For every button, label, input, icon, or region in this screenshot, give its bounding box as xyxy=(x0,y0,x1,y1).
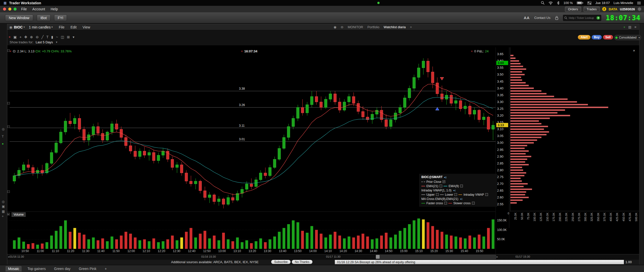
bottom-tab-mosaic[interactable]: Mosaic xyxy=(6,266,22,271)
pane-handle[interactable] xyxy=(7,102,10,105)
study-legend[interactable]: BIOC@SMART ◄)Prior Close✓EMA(21)EMA(9)In… xyxy=(419,174,497,207)
legend-color-box[interactable] xyxy=(444,202,447,205)
camera-icon[interactable]: ▦ xyxy=(2,210,5,213)
circle-tool-icon[interactable]: ◎ xyxy=(2,200,5,203)
subscribe-button[interactable]: Subscribe xyxy=(271,260,291,264)
zoom-out-icon[interactable]: ⊖ xyxy=(36,35,39,39)
chevron-down-icon[interactable]: ▾ xyxy=(56,41,57,44)
orders-button[interactable]: Orders xyxy=(565,7,581,12)
window-list-icon[interactable]: ≡ xyxy=(634,25,636,29)
menu-account[interactable]: Account xyxy=(32,7,45,11)
pane-handle[interactable] xyxy=(7,125,10,128)
timeframe-selector[interactable]: 1 min candles xyxy=(29,25,51,29)
add-tab-button[interactable]: + xyxy=(410,25,412,29)
trades-button[interactable]: Trades xyxy=(584,7,600,12)
ticker-search-box[interactable] xyxy=(563,15,601,21)
window-close-button[interactable] xyxy=(3,8,6,11)
pane-handle[interactable] xyxy=(7,190,10,193)
bottom-tab-top-gainers[interactable]: Top gainers xyxy=(25,266,48,271)
user-name[interactable]: Luis Minvielle xyxy=(614,1,633,5)
control-center-icon[interactable] xyxy=(587,1,592,5)
sound-icon[interactable]: ◄) xyxy=(453,189,456,192)
trendline-icon[interactable]: ╱ xyxy=(42,35,44,39)
chart-menu-view[interactable]: View xyxy=(83,25,90,29)
window-minimize-button[interactable] xyxy=(8,8,11,11)
snapshot-icon[interactable]: ▣ xyxy=(13,35,17,39)
notification-badge[interactable]: 2 xyxy=(602,7,606,11)
close-study-icon[interactable]: × xyxy=(241,50,243,53)
font-size-control[interactable]: AA xyxy=(524,16,530,20)
window-right-gutter[interactable] xyxy=(640,24,643,264)
zoom-in-icon[interactable]: ⊕ xyxy=(30,35,33,39)
pan-icon[interactable]: ✥ xyxy=(24,35,27,39)
legend-color-box[interactable] xyxy=(485,193,488,196)
tab-portfolio[interactable]: Portfolio xyxy=(367,25,379,29)
legend-checkbox[interactable]: ✓ xyxy=(442,180,445,183)
buy-button[interactable]: Buy xyxy=(592,35,602,40)
fyi-button[interactable]: FYI xyxy=(54,15,67,21)
chart-menu-edit[interactable]: Edit xyxy=(70,25,76,29)
list-menu-icon[interactable] xyxy=(637,2,641,5)
legend-color-box[interactable] xyxy=(439,185,442,187)
close-volume-pane-icon[interactable]: × xyxy=(8,213,9,216)
ibot-button[interactable]: IBot xyxy=(37,15,51,21)
close-study-icon[interactable]: × xyxy=(471,50,473,53)
scrollbar-grip[interactable] xyxy=(376,255,380,259)
tab-monitor[interactable]: MONITOR xyxy=(348,25,363,29)
text-tool-icon[interactable]: T xyxy=(46,35,49,39)
sound-icon[interactable]: ◄) xyxy=(460,198,463,200)
layout-icon[interactable]: ⊞ xyxy=(67,35,70,39)
close-profile-panel-icon[interactable]: × xyxy=(633,48,635,53)
search-icon[interactable] xyxy=(541,1,545,5)
legend-color-box[interactable] xyxy=(460,185,463,187)
bottom-tab-green-day[interactable]: Green day xyxy=(52,266,73,271)
text-annotation-icon[interactable]: T xyxy=(2,134,4,138)
contact-us-link[interactable]: Contact Us xyxy=(534,16,550,20)
target-tool-icon[interactable]: ◎ xyxy=(2,127,5,131)
add-rail-icon[interactable]: + xyxy=(2,214,4,218)
layout-grid-icon[interactable]: ▤ xyxy=(628,25,631,29)
system-clock[interactable]: Jue 18:07 xyxy=(595,1,610,5)
news-headline[interactable]: 01/16 12:29 SA Biocept up 26% ahead of e… xyxy=(335,260,624,264)
window-menu-icon[interactable]: ◉ xyxy=(9,25,12,29)
close-icon[interactable]: × xyxy=(9,35,11,39)
scrollbar-thumb[interactable] xyxy=(376,255,496,259)
menu-file[interactable]: File xyxy=(21,7,27,11)
show-trades-value[interactable]: Last 5 Days xyxy=(36,40,53,44)
tab-watchlist-diaria[interactable]: Watchlist diaria xyxy=(384,25,406,29)
crosshair-icon[interactable]: + xyxy=(19,35,21,39)
consolidated-selector[interactable]: Consolidated▾ xyxy=(614,35,641,40)
tools-more-caret[interactable]: ▾ xyxy=(73,35,74,39)
bluetooth-icon[interactable] xyxy=(557,1,560,5)
no-thanks-button[interactable]: No Thanks xyxy=(292,260,312,264)
chart-menu-file[interactable]: File xyxy=(59,25,65,29)
tab-collapse-icon[interactable]: ⊖ xyxy=(341,25,343,29)
account-id[interactable]: U2593026 xyxy=(620,7,635,11)
search-go-button[interactable] xyxy=(596,16,600,20)
symbol-selector[interactable]: BIOC xyxy=(14,25,23,29)
scroll-right-arrow[interactable]: ▸ xyxy=(497,255,498,258)
scroll-left-arrow[interactable]: ◂ xyxy=(8,255,9,258)
wifi-icon[interactable] xyxy=(548,1,553,5)
link-group-icon[interactable]: + xyxy=(623,25,625,29)
chart-area-background[interactable] xyxy=(7,45,639,254)
tab-pin-icon[interactable]: ◉ xyxy=(334,25,336,29)
legend-color-box[interactable] xyxy=(436,193,439,196)
alert-button[interactable]: Alert xyxy=(578,35,590,40)
chart-type-icon[interactable]: ~ xyxy=(56,35,58,39)
legend-color-box[interactable] xyxy=(454,193,457,196)
snapshot-rail-icon[interactable]: ▣ xyxy=(2,205,5,208)
menu-help[interactable]: Help xyxy=(51,7,58,11)
ticker-search-input[interactable] xyxy=(568,16,595,20)
close-study-icon[interactable]: × xyxy=(10,50,11,53)
bottom-tab-green-pink[interactable]: Green Pink xyxy=(76,266,99,271)
gear-icon[interactable] xyxy=(637,7,641,11)
window-zoom-button[interactable] xyxy=(14,8,17,11)
compare-icon[interactable]: ◫ xyxy=(61,35,64,39)
sound-icon[interactable]: ◄) xyxy=(444,176,447,179)
chart-scrollbar[interactable] xyxy=(7,254,639,260)
add-workspace-tab-button[interactable]: + xyxy=(102,266,109,271)
sell-button[interactable]: Sell xyxy=(603,35,613,40)
legend-color-box[interactable] xyxy=(472,202,475,205)
new-window-button[interactable]: New Window xyxy=(5,15,33,21)
